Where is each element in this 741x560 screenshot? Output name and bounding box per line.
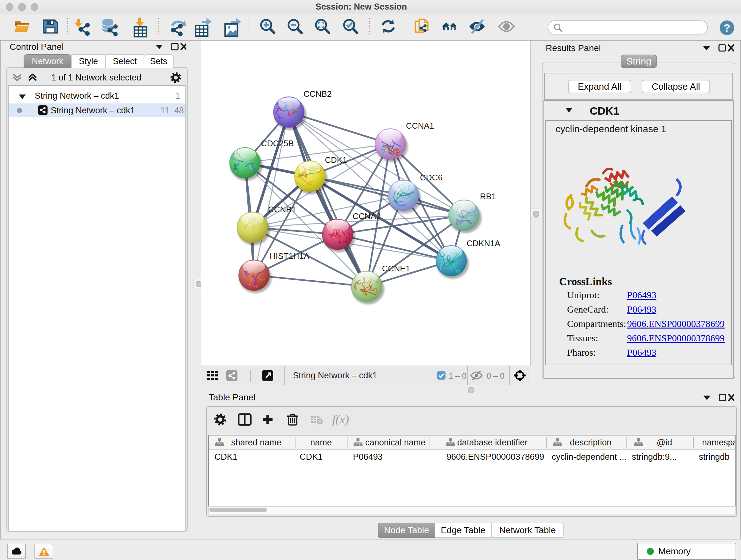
svg-text:CCNB1: CCNB1 [268,205,296,214]
svg-text:HIST1H1A: HIST1H1A [270,251,310,261]
svg-text:CDK1: CDK1 [325,155,347,165]
svg-text:CCNA1: CCNA1 [406,121,434,131]
svg-text:CCNE1: CCNE1 [382,264,410,273]
svg-text:CCNB2: CCNB2 [304,89,332,99]
svg-text:CDC6: CDC6 [420,173,443,182]
svg-text:CDKN1A: CDKN1A [467,239,500,248]
svg-text:f(x): f(x) [332,413,349,426]
svg-text:CDC25B: CDC25B [261,138,294,148]
svg-text:RB1: RB1 [480,192,496,201]
svg-text:CCNA2: CCNA2 [353,211,381,221]
